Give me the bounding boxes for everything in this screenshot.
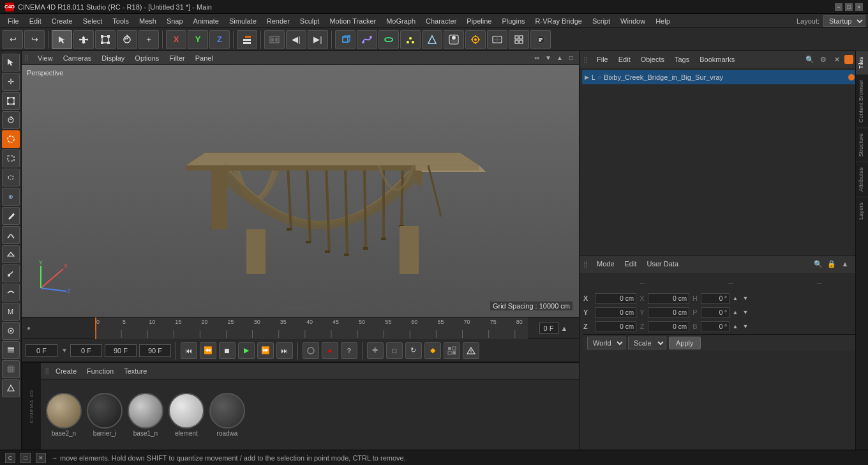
- create-spline[interactable]: [357, 30, 377, 49]
- grid-settings[interactable]: [509, 30, 529, 49]
- transport-record[interactable]: ●: [322, 342, 338, 359]
- transport-prev[interactable]: ⏪: [200, 342, 216, 359]
- create-deform[interactable]: [422, 30, 442, 49]
- transport-end-frame-1[interactable]: [105, 344, 137, 357]
- left-sculpt[interactable]: [2, 264, 20, 282]
- tool-cursor[interactable]: [52, 30, 72, 49]
- close-button[interactable]: ×: [855, 3, 863, 11]
- left-cursor[interactable]: [2, 54, 20, 72]
- objects-menu-objects[interactable]: Objects: [637, 54, 668, 65]
- coord-y-pos[interactable]: [595, 307, 636, 318]
- coord-button[interactable]: [237, 30, 257, 49]
- coord-y-rot[interactable]: [648, 307, 689, 318]
- vp-corner-down[interactable]: ▼: [543, 53, 553, 63]
- coord-y-arrow-down[interactable]: ▼: [741, 308, 750, 317]
- menu-plugins[interactable]: Plugins: [497, 14, 530, 28]
- world-select[interactable]: World: [587, 337, 625, 349]
- objects-settings-icon[interactable]: ⚙: [818, 54, 829, 65]
- mat-menu-texture[interactable]: Texture: [120, 366, 151, 376]
- menu-select[interactable]: Select: [78, 14, 108, 28]
- attr-menu-edit[interactable]: Edit: [621, 259, 641, 269]
- menu-edit[interactable]: Edit: [24, 14, 47, 28]
- left-rotate[interactable]: [2, 111, 20, 129]
- left-smooth[interactable]: [2, 284, 20, 301]
- left-move-tool[interactable]: ⊕: [2, 188, 20, 206]
- axis-y-button[interactable]: Y: [188, 30, 208, 49]
- left-material[interactable]: M: [2, 303, 20, 321]
- mat-menu-function[interactable]: Function: [83, 366, 117, 376]
- playback-start[interactable]: ◀|: [286, 30, 306, 49]
- coord-p-ang[interactable]: [701, 307, 730, 318]
- minimize-button[interactable]: −: [835, 3, 842, 11]
- transport-mode-box[interactable]: □: [386, 342, 403, 359]
- left-move[interactable]: ✛: [2, 73, 20, 91]
- transport-next[interactable]: ⏩: [257, 342, 274, 359]
- left-snap[interactable]: [2, 322, 20, 340]
- side-tab-layers[interactable]: Layers: [856, 197, 868, 225]
- maximize-button[interactable]: □: [845, 3, 853, 11]
- material-thumb-1[interactable]: [87, 393, 123, 429]
- side-tab-structure[interactable]: Structure: [856, 128, 868, 162]
- tool-move[interactable]: [73, 30, 94, 49]
- axis-x-button[interactable]: X: [166, 30, 186, 49]
- obj-vis-dot-1[interactable]: [848, 74, 855, 80]
- tool-rotate[interactable]: [117, 30, 137, 49]
- create-cube[interactable]: [335, 30, 355, 49]
- transport-question[interactable]: ?: [341, 342, 357, 359]
- material-thumb-0[interactable]: [46, 393, 82, 429]
- status-icon-2[interactable]: □: [20, 453, 31, 463]
- viewport-menu-panel[interactable]: Panel: [191, 53, 217, 63]
- viewport-menu-options[interactable]: Options: [131, 53, 163, 63]
- menu-tools[interactable]: Tools: [107, 14, 134, 28]
- axis-z-button[interactable]: Z: [209, 30, 230, 49]
- tool-add[interactable]: +: [138, 30, 159, 49]
- undo-button[interactable]: ↩: [3, 30, 23, 49]
- material-thumb-2[interactable]: [128, 393, 163, 429]
- record-button[interactable]: [530, 30, 551, 49]
- transport-mode-move[interactable]: ✛: [367, 342, 384, 359]
- coord-z-rot[interactable]: [648, 321, 689, 332]
- render-settings[interactable]: [465, 30, 486, 49]
- menu-simulate[interactable]: Simulate: [224, 14, 262, 28]
- objects-close-icon[interactable]: ✕: [831, 54, 842, 65]
- viewport-menu-view[interactable]: View: [34, 53, 57, 63]
- left-scale[interactable]: [2, 92, 20, 110]
- objects-menu-edit[interactable]: Edit: [615, 54, 634, 65]
- side-tab-content-browser[interactable]: Content Browser: [856, 74, 868, 128]
- coord-h-ang[interactable]: [701, 293, 730, 304]
- transport-mode-auto[interactable]: [463, 342, 479, 359]
- menu-mograph[interactable]: MoGraph: [381, 14, 421, 28]
- transport-current-frame[interactable]: [70, 344, 102, 357]
- attr-lock-icon[interactable]: 🔒: [826, 258, 837, 270]
- display-settings[interactable]: [487, 30, 507, 49]
- material-thumb-3[interactable]: [168, 393, 204, 429]
- left-bridge[interactable]: [2, 226, 20, 244]
- object-expand-icon[interactable]: ▶: [585, 74, 589, 80]
- coord-z-arrow-down[interactable]: ▼: [741, 322, 750, 331]
- material-item-4[interactable]: roadwa: [209, 393, 245, 437]
- menu-character[interactable]: Character: [421, 14, 461, 28]
- transport-start-frame[interactable]: [26, 344, 57, 357]
- objects-menu-bookmarks[interactable]: Bookmarks: [696, 54, 738, 65]
- side-tab-attributes[interactable]: Attributes: [856, 162, 868, 197]
- transport-mode-grid[interactable]: [444, 342, 460, 359]
- menu-mesh[interactable]: Mesh: [134, 14, 161, 28]
- attr-search-icon[interactable]: 🔍: [812, 258, 824, 270]
- transport-mode-rotate[interactable]: ↻: [405, 342, 422, 359]
- status-icon-1[interactable]: C: [5, 453, 15, 463]
- layout-select[interactable]: Startup: [823, 15, 865, 27]
- left-knife[interactable]: [2, 207, 20, 225]
- menu-animate[interactable]: Animate: [188, 14, 224, 28]
- coord-x-arrow-up[interactable]: ▲: [731, 294, 740, 303]
- menu-file[interactable]: File: [3, 14, 24, 28]
- menu-window[interactable]: Window: [615, 14, 650, 28]
- menu-create[interactable]: Create: [47, 14, 78, 28]
- transport-stop[interactable]: ⏹: [219, 342, 236, 359]
- attr-menu-mode[interactable]: Mode: [593, 259, 618, 269]
- menu-vray[interactable]: R-VRay Bridge: [530, 14, 587, 28]
- coord-x-pos[interactable]: [595, 293, 636, 304]
- menu-help[interactable]: Help: [650, 14, 675, 28]
- viewport-menu-display[interactable]: Display: [98, 53, 128, 63]
- left-poly-selection[interactable]: [2, 149, 20, 167]
- menu-sculpt[interactable]: Sculpt: [295, 14, 325, 28]
